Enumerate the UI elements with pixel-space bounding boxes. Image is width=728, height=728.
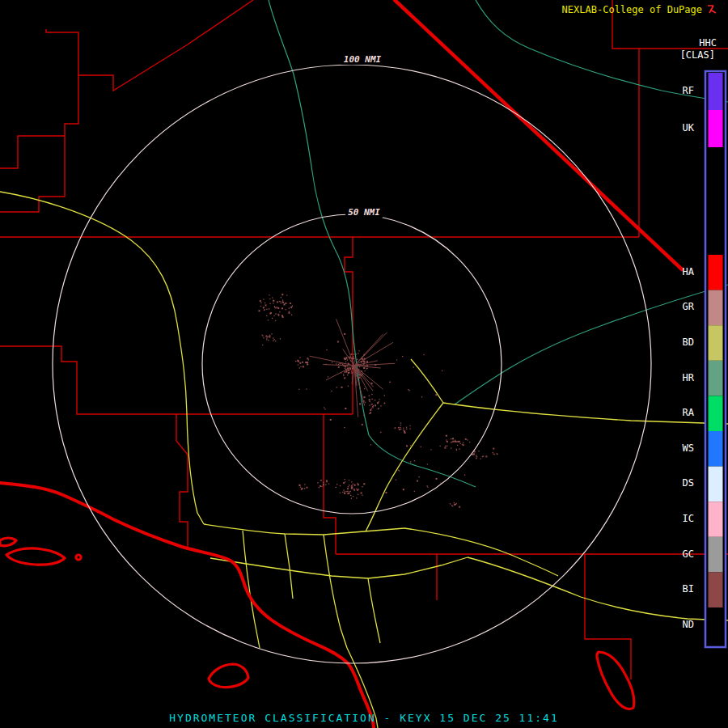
county-line (324, 414, 336, 554)
legend-label-nd: ND (683, 619, 694, 630)
legend-label-ra: RA (683, 407, 694, 418)
county-line (345, 237, 353, 414)
roads-layer (0, 192, 728, 728)
product-title: HYDROMETEOR CLASSIFICATION - KEYX 15 DEC… (0, 712, 728, 724)
legend-product-label: HHC (699, 37, 717, 49)
coastline-layer (0, 483, 374, 728)
island-outline (209, 664, 248, 688)
legend-label-ws: WS (683, 442, 694, 454)
site-title: NEXLAB-College of DuPage (562, 4, 702, 15)
legend-swatch-nd (709, 607, 723, 643)
legend-color-bar (705, 71, 726, 647)
legend-swatch-ic (709, 502, 723, 537)
legend-swatch-gr (709, 290, 723, 326)
island-outline (76, 555, 81, 560)
range-ring-50nmi (202, 214, 502, 514)
radar-map (0, 0, 728, 728)
island-outline (597, 652, 634, 709)
county-line (176, 414, 188, 550)
road-line (411, 359, 443, 403)
legend-swatch-ha (709, 255, 723, 290)
legend-swatch-ws (709, 431, 723, 467)
coastline (0, 483, 374, 728)
legend-label-bi: BI (683, 583, 694, 595)
county-boundaries-layer (0, 0, 728, 679)
legend-swatch-ra (709, 396, 723, 431)
legend-mode-label: [CLAS] (680, 49, 715, 61)
county-line (585, 554, 631, 679)
cod-logo-icon (706, 3, 718, 15)
island-outline (0, 538, 16, 546)
legend-swatch-hr (709, 361, 723, 396)
legend-label-bd: BD (683, 336, 694, 348)
road-line (366, 403, 443, 531)
legend-label-rf: RF (683, 85, 694, 96)
radar-display: NEXLAB-College of DuPage 100 NMI 50 NMI … (0, 0, 728, 728)
road-line (204, 524, 404, 535)
road-line (368, 557, 468, 578)
islands-layer (0, 538, 634, 709)
ring-label-50nmi: 50 NMI (345, 207, 383, 218)
legend-swatch-bi (709, 572, 723, 607)
legend-label-ha: HA (683, 266, 694, 277)
road-line (368, 578, 380, 643)
county-line (0, 75, 78, 168)
legend-label-gc: GC (683, 548, 694, 560)
legend-swatch-bd (709, 325, 723, 361)
radar-echo-layer (259, 294, 498, 508)
road-line (0, 192, 204, 524)
legend-swatch-ds (709, 467, 723, 502)
legend-label-ds: DS (683, 477, 694, 489)
legend-label-uk: UK (683, 122, 694, 133)
county-line (0, 136, 65, 212)
county-line (46, 0, 253, 91)
road-line (285, 534, 293, 599)
legend-swatch-uk (709, 110, 723, 147)
ring-label-100nmi: 100 NMI (341, 54, 383, 65)
legend-swatch-rf (709, 73, 723, 110)
island-outline (6, 548, 65, 565)
legend-label-ic: IC (683, 513, 694, 524)
header: NEXLAB-College of DuPage (562, 3, 718, 15)
legend-swatch-gc (709, 537, 723, 573)
legend-label-hr: HR (683, 372, 694, 383)
legend-label-gr: GR (683, 301, 694, 312)
